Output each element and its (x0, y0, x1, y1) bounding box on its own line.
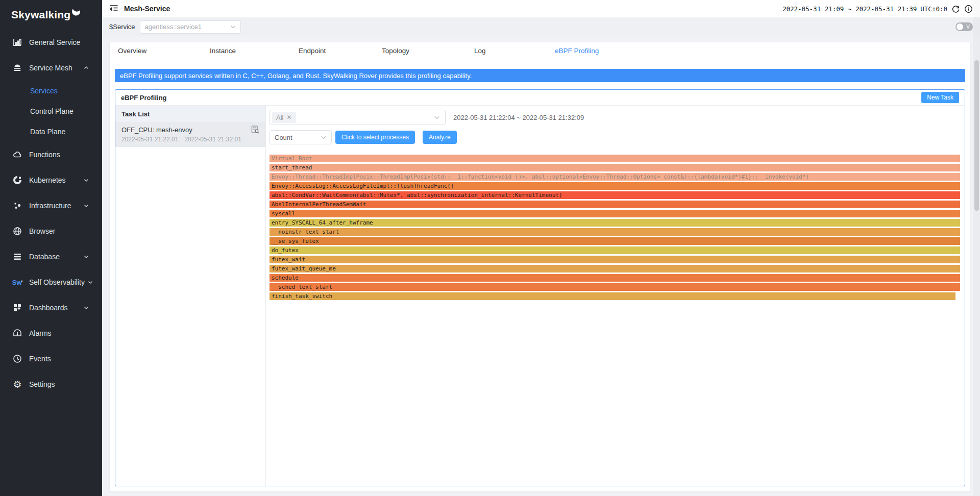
tab-instance[interactable]: Instance (210, 42, 236, 59)
sidebar-item-label: Self Observability (29, 278, 85, 286)
flame-node[interactable]: syscall (270, 210, 960, 217)
tab-topology[interactable]: Topology (382, 42, 409, 59)
info-icon[interactable] (964, 5, 973, 13)
sidebar-item-label: General Service (29, 38, 80, 46)
top-header: Mesh-Service 2022-05-31 21:09 ~ 2022-05-… (102, 0, 980, 18)
collapse-sidebar-icon[interactable] (109, 5, 118, 13)
sidebar-item-dashboards[interactable]: Dashboards (0, 295, 102, 320)
layers-icon (12, 63, 22, 73)
toggle-label: V (966, 23, 970, 30)
flame-node[interactable]: __se_sys_futex (270, 237, 960, 245)
chevron-down-icon (84, 305, 89, 310)
dots-icon (12, 201, 22, 211)
refresh-icon[interactable] (951, 5, 960, 13)
sidebar-item-general-service[interactable]: General Service (0, 30, 102, 55)
aggregate-type-select[interactable]: Count (270, 130, 332, 144)
sidebar-item-self-observability[interactable]: Swʻ Self Observability (0, 269, 102, 295)
sidebar-item-alarms[interactable]: Alarms (0, 320, 102, 346)
gear-icon: ⚙ (12, 379, 22, 389)
moon-icon (71, 7, 81, 16)
kubernetes-icon (12, 175, 22, 185)
scrollbar-track[interactable] (973, 0, 980, 496)
chevron-down-icon (230, 24, 236, 30)
flame-node[interactable]: futex_wait (270, 256, 960, 263)
flame-node[interactable]: futex_wait_queue_me (270, 265, 960, 272)
service-select-value: agentless::service1 (145, 23, 230, 31)
timezone-label: UTC+0:0 (920, 5, 947, 13)
sidebar-item-label: Events (29, 355, 51, 363)
chevron-down-icon (88, 280, 93, 285)
task-list-item[interactable]: OFF_CPU: mesh-envoy 2022-05-31 21:22:01 … (115, 122, 265, 147)
remove-tag-icon[interactable]: ✕ (286, 114, 291, 121)
tab-log[interactable]: Log (474, 42, 486, 59)
tab-endpoint[interactable]: Endpoint (299, 42, 326, 59)
flame-node[interactable]: schedule (270, 274, 960, 282)
info-banner: eBPF Profiling support services written … (115, 69, 965, 82)
scrollbar-thumb[interactable] (974, 60, 979, 211)
sidebar-item-data-plane[interactable]: Data Plane (0, 121, 102, 142)
tab-ebpf-profiling[interactable]: eBPF Profiling (555, 42, 599, 59)
chevron-down-icon (434, 114, 440, 120)
flame-node[interactable]: start_thread (270, 164, 960, 171)
service-select[interactable]: agentless::service1 (140, 20, 241, 34)
sidebar-item-control-plane[interactable]: Control Plane (0, 101, 102, 121)
flame-node[interactable]: __sched_text_start (270, 283, 960, 291)
bar-chart-icon (12, 37, 22, 47)
new-task-button[interactable]: New Task (921, 92, 959, 103)
task-name: OFF_CPU: mesh-envoy (121, 126, 251, 134)
process-filter-select[interactable]: All ✕ (270, 110, 446, 125)
info-banner-text: eBPF Profiling support services written … (120, 72, 472, 80)
flame-node[interactable]: finish_task_switch (270, 292, 955, 300)
sidebar-item-label: Services (30, 87, 58, 95)
sidebar-item-services[interactable]: Services (0, 81, 102, 101)
version-toggle[interactable]: V (955, 22, 973, 31)
sidebar-item-service-mesh[interactable]: Service Mesh (0, 55, 102, 81)
list-icon (12, 252, 22, 262)
flame-node[interactable]: do_futex (270, 246, 960, 254)
sidebar-item-label: Dashboards (29, 304, 68, 312)
chevron-down-icon (84, 178, 89, 183)
sidebar-item-infrastructure[interactable]: Infrastructure (0, 193, 102, 218)
sidebar-item-label: Control Plane (30, 107, 74, 115)
grid-plus-icon (12, 303, 22, 313)
chevron-up-icon (84, 65, 89, 70)
page-title: Mesh-Service (124, 5, 170, 13)
tab-overview[interactable]: Overview (118, 42, 146, 59)
flame-node[interactable]: absl::CondVar::WaitCommon(absl::Mutex*, … (270, 191, 960, 199)
sidebar-item-kubernetes[interactable]: Kubernetes (0, 167, 102, 193)
analyze-button[interactable]: Analyze (423, 131, 457, 144)
sidebar-item-functions[interactable]: Functions (0, 142, 102, 167)
process-filter-tag-label: All (276, 114, 283, 121)
analysis-area: All ✕ 2022-05-31 21:22:04 ~ 2022-05-31 2… (266, 106, 965, 486)
globe-icon (12, 226, 22, 236)
flame-node[interactable]: __noinstr_text_start (270, 228, 960, 236)
sidebar-item-label: Browser (29, 227, 55, 235)
app-logo[interactable]: Skywalking (0, 0, 102, 30)
service-toolbar: $Service agentless::service1 V (102, 18, 980, 36)
sidebar-item-events[interactable]: Events (0, 346, 102, 371)
sidebar-item-label: Functions (29, 151, 60, 159)
chevron-down-icon (321, 134, 327, 140)
sidebar-item-browser[interactable]: Browser (0, 218, 102, 244)
sidebar-item-label: Data Plane (30, 128, 65, 136)
service-selector-label: $Service (109, 23, 135, 31)
aggregate-type-value: Count (275, 134, 292, 141)
sidebar-item-settings[interactable]: ⚙ Settings (0, 371, 102, 397)
flame-node[interactable]: Virtual Root (270, 155, 960, 162)
flame-node[interactable]: entry_SYSCALL_64_after_hwframe (270, 219, 960, 227)
time-range-picker[interactable]: 2022-05-31 21:09 ~ 2022-05-31 21:39 (782, 5, 917, 13)
tab-bar: Overview Instance Endpoint Topology Log … (110, 42, 970, 59)
sidebar-item-label: Infrastructure (29, 202, 71, 210)
sidebar-item-label: Kubernetes (29, 176, 66, 184)
flame-node[interactable]: Envoy::AccessLog::AccessLogFileImpl::flu… (270, 182, 960, 190)
sidebar-item-database[interactable]: Database (0, 244, 102, 269)
clock-icon (12, 354, 22, 364)
ebpf-profiling-panel: eBPF Profiling New Task Task List OFF_CP… (115, 89, 965, 486)
flame-node[interactable]: AbslInternalPerThreadSemWait (270, 201, 960, 208)
select-processes-button[interactable]: Click to select processes (335, 131, 415, 144)
flame-node[interactable]: Envoy::Thread::ThreadImplPosix::ThreadIm… (270, 173, 960, 181)
cloud-icon (12, 150, 22, 160)
process-filter-tag: All ✕ (272, 112, 296, 123)
task-end-time: 2022-05-31 21:32:01 (184, 136, 241, 143)
task-detail-icon[interactable] (251, 126, 259, 134)
